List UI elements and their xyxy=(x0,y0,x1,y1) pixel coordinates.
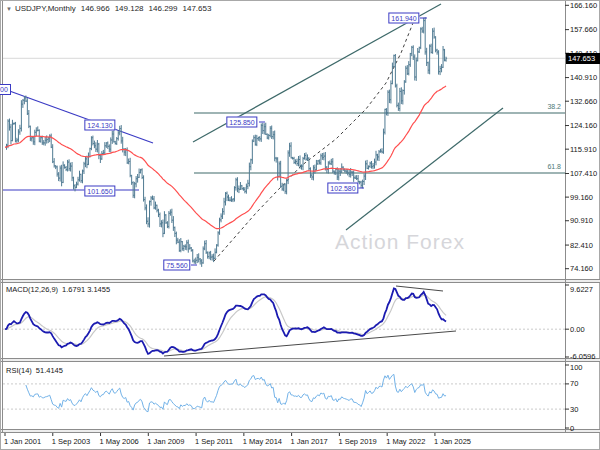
price-axis-tick-label: 157.660 xyxy=(570,25,597,34)
price-axis-tick-label: 140.910 xyxy=(570,73,597,82)
rsi-panel-title: RSI(14)51.4145 xyxy=(6,366,63,375)
chart-window: Action Forex ▼USDJPY,Monthly146.966149.1… xyxy=(0,0,600,450)
rsi-axis-tick-label: 100 xyxy=(570,363,583,372)
macd-indicator-label: MACD(12,26,9) xyxy=(6,285,58,294)
price-axis-tick-label: 115.910 xyxy=(570,145,597,154)
quote-high: 149.128 xyxy=(115,4,144,13)
price-bars xyxy=(5,17,447,267)
fib-label-38.2: 38.2 xyxy=(535,103,561,110)
rsi-axis-tick-label: 70 xyxy=(570,379,578,388)
price-axis-tick-label: 107.410 xyxy=(570,169,597,178)
quote-open: 146.966 xyxy=(81,4,110,13)
time-axis-tick-label: 1 Sep 2011 xyxy=(195,437,233,446)
symbol-dropdown-icon[interactable]: ▼ xyxy=(6,6,12,12)
rsi-axis-tick-label: 30 xyxy=(570,405,578,414)
time-axis-tick-label: 1 May 2014 xyxy=(243,437,282,446)
symbol-timeframe-title: USDJPY,Monthly xyxy=(15,4,76,13)
price-axis-tick-label: 166.160 xyxy=(570,1,597,10)
rsi-axis-tick-label: 0 xyxy=(570,424,574,433)
rsi-indicator-label: RSI(14) xyxy=(6,366,32,375)
macd-axis-tick-label: 0.00 xyxy=(570,325,585,334)
chart-title-bar: ▼USDJPY,Monthly146.966149.128146.299147.… xyxy=(6,4,211,13)
macd-rising-support[interactable] xyxy=(164,331,456,356)
rsi-line xyxy=(26,374,446,411)
teal-rising-support[interactable] xyxy=(346,108,503,230)
macd-axis-tick-label: 9.6227 xyxy=(570,285,593,294)
time-axis-tick-label: 1 May 2022 xyxy=(386,437,425,446)
macd-axis-tick-label: -6.0596 xyxy=(570,352,595,361)
macd-line xyxy=(5,288,446,354)
price-flag-101.650[interactable]: 101.650 xyxy=(84,186,115,197)
price-axis-tick-label: 124.160 xyxy=(570,121,597,130)
price-flag-125.850[interactable]: 125.850 xyxy=(226,117,257,128)
price-flag-161.940[interactable]: 161.940 xyxy=(388,13,419,24)
macd-current-values: 1.6791 3.1455 xyxy=(62,285,110,294)
fib-label-61.8: 61.8 xyxy=(535,163,561,170)
time-axis-tick-label: 1 Jan 2025 xyxy=(434,437,471,446)
macd-falling-resistance[interactable] xyxy=(396,286,443,291)
rsi-current-value: 51.4145 xyxy=(36,366,63,375)
quote-low: 146.299 xyxy=(149,4,178,13)
time-axis-tick-label: 1 Sep 2019 xyxy=(338,437,376,446)
macd-panel-title: MACD(12,26,9)1.6791 3.1455 xyxy=(6,285,110,294)
price-axis-tick-label: 90.910 xyxy=(570,216,593,225)
time-axis-tick-label: 1 Jan 2009 xyxy=(147,437,184,446)
price-axis-tick-label: 82.410 xyxy=(570,241,593,250)
price-flag-124.130[interactable]: 124.130 xyxy=(84,120,115,131)
moving-average-line xyxy=(5,86,446,229)
price-flag-102.580[interactable]: 102.580 xyxy=(327,183,358,194)
price-axis-tick-label: 132.660 xyxy=(570,97,597,106)
time-axis-tick-label: 1 May 2006 xyxy=(100,437,139,446)
dashed-trendline[interactable] xyxy=(214,18,415,261)
price-axis-tick-label: 99.160 xyxy=(570,193,593,202)
time-axis-tick-label: 1 Jan 2001 xyxy=(4,437,41,446)
price-axis-tick-label: 74.160 xyxy=(570,264,593,273)
current-price-tag: 147.653 xyxy=(566,53,600,64)
chart-canvas xyxy=(1,1,600,450)
price-flag-75.560[interactable]: 75.560 xyxy=(163,260,190,271)
quote-close: 147.653 xyxy=(182,4,211,13)
time-axis-tick-label: 1 Jan 2017 xyxy=(291,437,328,446)
time-axis-tick-label: 1 Sep 2003 xyxy=(52,437,90,446)
price-flag-00[interactable]: 00 xyxy=(0,84,11,95)
